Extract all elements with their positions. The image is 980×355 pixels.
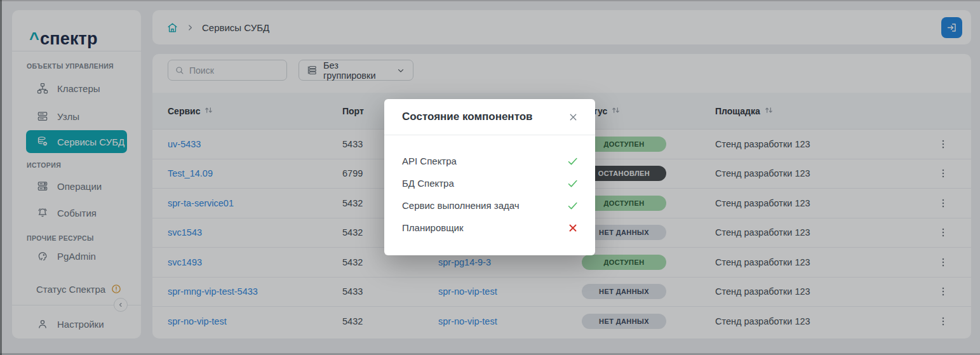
component-row: БД Спектра bbox=[402, 172, 579, 194]
modal-title: Состояние компонентов bbox=[402, 111, 533, 123]
window-edge bbox=[0, 0, 980, 1]
check-icon bbox=[567, 155, 579, 167]
modal-header: Состояние компонентов bbox=[384, 99, 595, 135]
component-name: API Спектра bbox=[402, 156, 457, 166]
check-icon bbox=[567, 177, 579, 189]
window-edge bbox=[0, 0, 2, 355]
component-list: API Спектра БД Спектра Сервис выполнения… bbox=[384, 135, 595, 239]
cross-icon bbox=[567, 222, 579, 234]
component-name: Планировщик bbox=[402, 222, 463, 233]
component-status-modal: Состояние компонентов API Спектра БД Спе… bbox=[384, 99, 595, 255]
component-row: Сервис выполнения задач bbox=[402, 194, 579, 217]
component-name: БД Спектра bbox=[402, 178, 454, 189]
close-button[interactable] bbox=[565, 109, 581, 125]
component-name: Сервис выполнения задач bbox=[402, 200, 520, 211]
component-row: API Спектра bbox=[402, 150, 579, 172]
check-icon bbox=[567, 199, 579, 211]
close-icon bbox=[568, 112, 579, 123]
component-row: Планировщик bbox=[402, 217, 579, 239]
